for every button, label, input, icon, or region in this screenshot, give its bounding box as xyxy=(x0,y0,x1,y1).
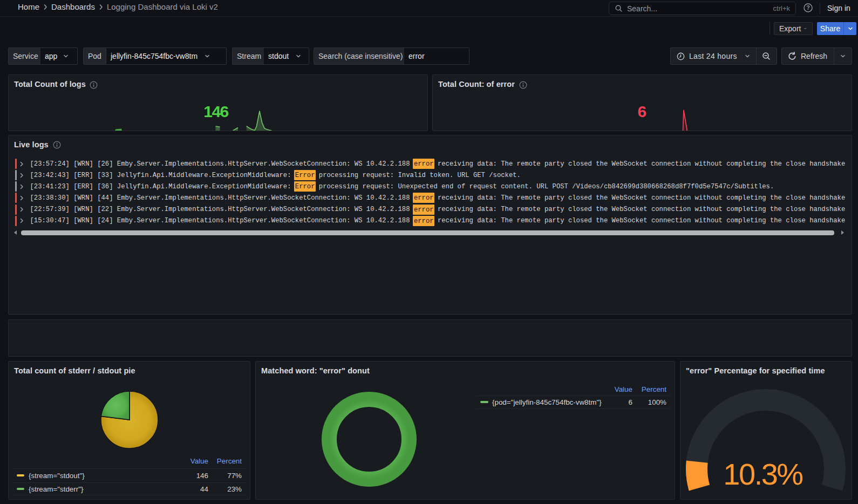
svg-text:?: ? xyxy=(806,5,809,11)
